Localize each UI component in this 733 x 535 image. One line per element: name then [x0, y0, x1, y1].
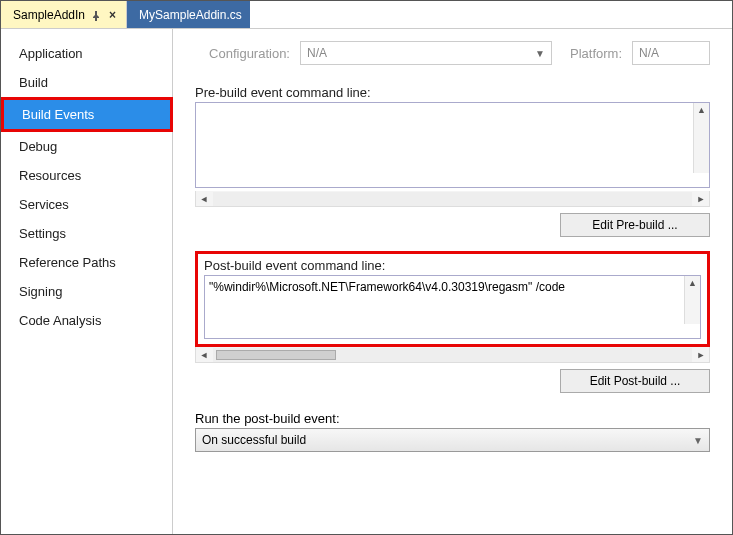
run-value: On successful build	[202, 433, 306, 447]
postbuild-textarea-wrap: ▲	[204, 275, 701, 342]
arrow-right-icon[interactable]: ►	[693, 350, 709, 360]
arrow-left-icon[interactable]: ◄	[196, 350, 212, 360]
prebuild-button-row: Edit Pre-build ...	[195, 213, 710, 237]
arrow-up-icon[interactable]: ▲	[694, 103, 709, 117]
arrow-up-icon[interactable]: ▲	[685, 276, 700, 290]
prebuild-label: Pre-build event command line:	[195, 85, 710, 100]
prebuild-input[interactable]	[195, 102, 710, 188]
run-dropdown[interactable]: On successful build ▼	[195, 428, 710, 452]
configuration-value: N/A	[307, 46, 327, 60]
postbuild-input[interactable]	[204, 275, 701, 339]
platform-value: N/A	[639, 46, 659, 60]
config-row: Configuration: N/A ▼ Platform: N/A	[195, 41, 710, 65]
arrow-right-icon[interactable]: ►	[693, 194, 709, 204]
window: SampleAddIn × MySampleAddin.cs Applicati…	[0, 0, 733, 535]
tab-label: SampleAddIn	[13, 8, 85, 22]
arrow-left-icon[interactable]: ◄	[196, 194, 212, 204]
configuration-select: N/A ▼	[300, 41, 552, 65]
scrollbar-vertical[interactable]: ▲	[693, 103, 709, 173]
scroll-thumb[interactable]	[216, 350, 336, 360]
scrollbar-vertical[interactable]: ▲	[684, 276, 700, 324]
sidebar-item-build-events[interactable]: Build Events	[4, 100, 170, 129]
chevron-down-icon: ▼	[535, 48, 545, 59]
sidebar-item-build[interactable]: Build	[1, 68, 172, 97]
tab-sampleaddin[interactable]: SampleAddIn ×	[1, 1, 127, 28]
prebuild-textarea-wrap: ▲	[195, 102, 710, 191]
tab-mysampleaddin[interactable]: MySampleAddin.cs	[127, 1, 250, 28]
close-icon[interactable]: ×	[107, 8, 118, 22]
sidebar: Application Build Build Events Debug Res…	[1, 29, 173, 534]
platform-label: Platform:	[562, 46, 622, 61]
sidebar-item-application[interactable]: Application	[1, 39, 172, 68]
sidebar-item-resources[interactable]: Resources	[1, 161, 172, 190]
highlight-postbuild: Post-build event command line: ▲	[195, 251, 710, 347]
sidebar-item-signing[interactable]: Signing	[1, 277, 172, 306]
scrollbar-horizontal[interactable]: ◄ ►	[195, 347, 710, 363]
platform-select: N/A	[632, 41, 710, 65]
sidebar-item-code-analysis[interactable]: Code Analysis	[1, 306, 172, 335]
run-label: Run the post-build event:	[195, 411, 710, 426]
postbuild-button-row: Edit Post-build ...	[195, 369, 710, 393]
tab-bar: SampleAddIn × MySampleAddin.cs	[1, 1, 732, 29]
edit-prebuild-button[interactable]: Edit Pre-build ...	[560, 213, 710, 237]
highlight-build-events: Build Events	[1, 97, 173, 132]
scroll-track[interactable]	[213, 192, 692, 206]
chevron-down-icon: ▼	[693, 435, 703, 446]
postbuild-label: Post-build event command line:	[204, 258, 701, 273]
tab-label: MySampleAddin.cs	[139, 8, 242, 22]
scrollbar-horizontal[interactable]: ◄ ►	[195, 191, 710, 207]
pin-icon[interactable]	[91, 10, 101, 20]
sidebar-item-debug[interactable]: Debug	[1, 132, 172, 161]
sidebar-item-services[interactable]: Services	[1, 190, 172, 219]
configuration-label: Configuration:	[195, 46, 290, 61]
content: Application Build Build Events Debug Res…	[1, 29, 732, 534]
edit-postbuild-button[interactable]: Edit Post-build ...	[560, 369, 710, 393]
sidebar-item-settings[interactable]: Settings	[1, 219, 172, 248]
sidebar-item-reference-paths[interactable]: Reference Paths	[1, 248, 172, 277]
main-panel: Configuration: N/A ▼ Platform: N/A Pre-b…	[173, 29, 732, 534]
scroll-track[interactable]	[213, 348, 692, 362]
